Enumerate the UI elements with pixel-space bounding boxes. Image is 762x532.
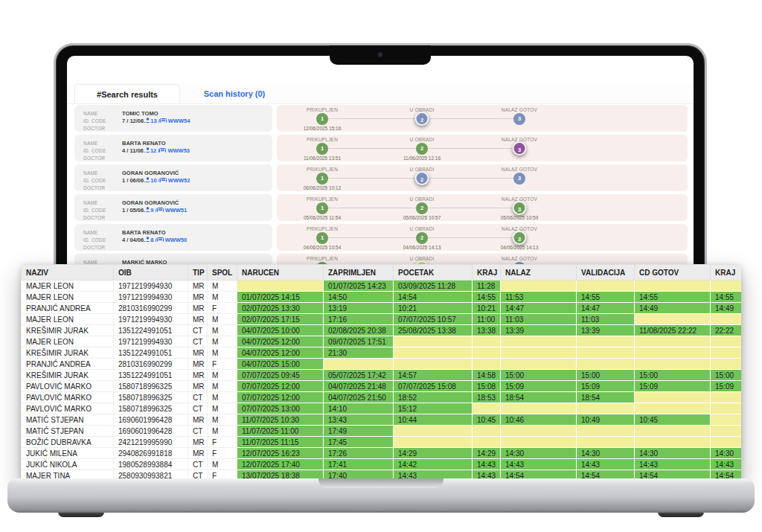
table-cell: 1971219994930 [114,336,188,347]
table-row[interactable]: KREŠIMIR JURAK1351224991051MRM04/07/2025… [22,347,742,359]
step-circle[interactable]: 3 [513,141,527,156]
patient-card[interactable]: NAMEGORAN GORANOVIĆID, CODE1 / 05/06, 9 … [74,194,272,221]
step-circle[interactable]: 3 [513,173,525,185]
laptop-foot-left [58,512,104,517]
patient-card[interactable]: NAMEBARTA RENATOID, CODE4 / 11/06, 12 / … [74,135,272,161]
table-row[interactable]: MATIĆ STJEPAN1690601996428CTM11/07/2025 … [22,426,742,437]
workflow-panel: PRIKUPLJEN111/06/2025 13:51U OBRADI211/0… [277,135,688,161]
table-header-cell: TIP [188,265,208,281]
table-cell: 10:45 [473,414,501,426]
table-cell [635,359,711,370]
step-circle[interactable]: 2 [415,171,429,185]
table-row[interactable]: PAVLOVIĆ MARKO1580718996325MRM07/07/2025… [22,381,742,392]
table-row[interactable]: MAJER LEON1971219994930CTM04/07/2025 12:… [22,336,742,347]
table-cell [577,281,635,292]
step-circle[interactable]: 1 [316,113,328,125]
table-cell: 15:00 [577,370,635,381]
step-label: PRIKUPLJEN [307,196,338,202]
table-row[interactable]: KREŠIMIR JURAK1351224991051CTM04/07/2025… [22,325,742,336]
table-cell: 14:47 [501,303,577,314]
table-cell: M [208,370,237,381]
table-row[interactable]: MATIĆ STJEPAN1690601996428MRM11/07/2025 … [22,414,742,426]
table-cell: PRANJIĆ ANDREA [22,359,114,370]
table-cell: 25/08/2025 13:38 [394,325,473,336]
step-circle[interactable]: 3 [513,113,525,125]
step-circle[interactable]: 2 [416,232,428,244]
patient-id-line: ID, CODE1 / 05/06, 9 / WWW51 [83,205,263,212]
table-cell: 1580718996325 [114,403,188,414]
patient-card[interactable]: NAMETOMIC TOMOID, CODE7 / 12/06, 13 / WW… [74,105,272,132]
table-row[interactable]: PAVLOVIĆ MARKO1580718996325CTM07/07/2025… [22,392,742,403]
step-date: 05/06/2025 11:54 [304,215,341,220]
table-row[interactable]: PAVLOVIĆ MARKO1580718996325CTM07/07/2025… [22,403,742,414]
patient-count[interactable]: 12 / [150,147,160,153]
table-cell: M [208,292,237,303]
id-code-label: ID, CODE [83,177,122,182]
step-date: 04/06/2025 14:13 [403,245,441,250]
step-circle[interactable]: 1 [316,232,328,244]
table-cell [635,347,711,359]
step-circle[interactable]: 2 [416,143,428,155]
step-date: 05/06/2025 10:59 [501,215,539,220]
table-cell: 07/07/2025 15:08 [394,381,473,392]
step-circle[interactable]: 3 [513,201,527,215]
name-label: NAME [83,140,122,145]
table-row[interactable]: JUKIĆ NIKOLA1980528993884CTM12/07/2025 1… [22,459,742,470]
patient-code-link[interactable]: WWW52 [168,177,190,182]
laptop-foot-right [658,512,704,517]
step-circle[interactable]: 1 [316,202,328,214]
table-cell: 1351224991051 [114,347,188,359]
table-cell: 17:49 [324,426,394,437]
patient-code-link[interactable]: WWW51 [165,207,188,212]
patient-card[interactable]: NAMEBARTA RENATOID, CODE4 / 04/06, 8 / W… [74,224,272,251]
table-cell [501,359,577,370]
name-label: NAME [83,199,122,205]
table-row[interactable]: PRANJIĆ ANDREA2810316990299MRF04/07/2025… [22,359,742,370]
table-cell: 14:30 [577,448,635,459]
tab-search-results[interactable]: #Search results [74,84,180,103]
table-cell: MR [188,381,208,392]
patient-count[interactable]: 13 / [150,118,160,123]
table-cell: 1690601996428 [114,414,188,426]
results-table-window: NAZIVOIBTIPSPOLNARUCENZAPRIMLJENPOCETAKK… [21,264,741,481]
table-row[interactable]: KREŠIMIR JURAK1351224991051MRM07/07/2025… [22,370,742,381]
patient-id-prefix: 4 / 11/06, [122,147,145,153]
step-circle[interactable]: 3 [513,231,527,245]
table-row[interactable]: MAJER LEON1971219994930MRM02/07/2025 17:… [22,314,742,325]
step-circle[interactable]: 1 [316,143,328,155]
table-cell [711,403,742,414]
patient-code-link[interactable]: WWW54 [168,118,190,123]
table-cell: 04/07/2025 15:00 [237,359,324,370]
table-row[interactable]: PRANJIĆ ANDREA2810316990299MRF02/07/2025… [22,303,742,314]
patient-code-link[interactable]: WWW53 [167,147,190,153]
step-circle[interactable]: 1 [316,173,328,185]
table-cell: 07/07/2025 13:00 [237,403,324,414]
patient-count[interactable]: 8 / [150,237,156,242]
step-circle[interactable]: 2 [415,112,429,126]
table-cell: 04/07/2025 10:00 [237,325,324,336]
tab-scan-history[interactable]: Scan history (0) [186,84,283,103]
step-circle[interactable]: 2 [416,202,428,214]
patient-card[interactable]: NAMEGORAN GORANOVIĆID, CODE1 / 06/06, 10… [74,164,272,191]
table-cell: 14:43 [635,459,711,470]
table-cell [635,336,711,347]
table-cell [711,392,742,403]
laptop-base [7,478,755,513]
table-cell: 11/07/2025 11:15 [237,437,324,448]
table-cell: 1971219994930 [114,314,188,325]
table-row[interactable]: MAJER LEON1971219994930MRM01/07/2025 14:… [22,281,742,292]
table-row[interactable]: JUKIĆ MILENA2940826991818MRF12/07/2025 1… [22,448,742,459]
table-cell: 2810316990299 [114,303,188,314]
patient-count[interactable]: 10 / [150,177,160,182]
patient-count[interactable]: 9 / [150,207,156,212]
step-date: 12/06/2025 15:16 [304,126,342,131]
table-cell: 14:29 [473,448,501,459]
table-cell: 15:00 [501,370,577,381]
table-cell: 18:52 [394,392,473,403]
table-row[interactable]: BOŽIĆ DUBRAVKA2421219995990MRF11/07/2025… [22,437,742,448]
table-cell: MR [188,303,208,314]
step-label: PRIKUPLJEN [307,226,338,231]
card-icon [160,116,167,123]
patient-code-link[interactable]: WWW50 [165,237,188,242]
table-row[interactable]: MAJER LEON1971219994930MRM01/07/2025 14:… [22,292,742,303]
